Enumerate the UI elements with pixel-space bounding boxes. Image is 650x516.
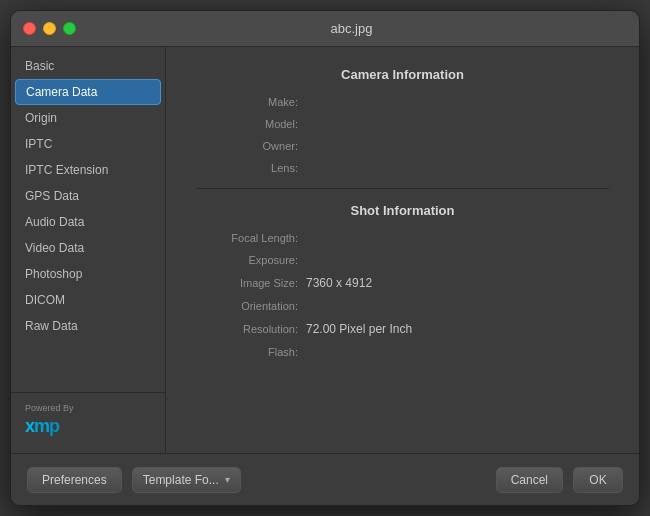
shot-image-size-label: Image Size: bbox=[196, 277, 306, 289]
window-title: abc.jpg bbox=[76, 21, 627, 36]
sidebar-item-iptc-extension[interactable]: IPTC Extension bbox=[11, 157, 165, 183]
shot-image-size-row: Image Size: 7360 x 4912 bbox=[196, 276, 609, 290]
sidebar-item-iptc[interactable]: IPTC bbox=[11, 131, 165, 157]
shot-resolution-value: 72.00 Pixel per Inch bbox=[306, 322, 412, 336]
template-dropdown-button[interactable]: Template Fo... ▾ bbox=[132, 467, 241, 493]
preferences-button[interactable]: Preferences bbox=[27, 467, 122, 493]
camera-make-row: Make: bbox=[196, 96, 609, 108]
camera-model-label: Model: bbox=[196, 118, 306, 130]
traffic-lights bbox=[23, 22, 76, 35]
shot-orientation-row: Orientation: bbox=[196, 300, 609, 312]
sidebar-item-basic[interactable]: Basic bbox=[11, 53, 165, 79]
xmp-logo: xmp bbox=[25, 416, 151, 437]
shot-focal-length-label: Focal Length: bbox=[196, 232, 306, 244]
bottom-bar: Preferences Template Fo... ▾ Cancel OK bbox=[11, 453, 639, 505]
sidebar-item-camera-data[interactable]: Camera Data bbox=[15, 79, 161, 105]
content-area: Basic Camera Data Origin IPTC IPTC Exten… bbox=[11, 47, 639, 453]
camera-lens-label: Lens: bbox=[196, 162, 306, 174]
shot-focal-length-row: Focal Length: bbox=[196, 232, 609, 244]
maximize-button[interactable] bbox=[63, 22, 76, 35]
shot-flash-label: Flash: bbox=[196, 346, 306, 358]
camera-model-row: Model: bbox=[196, 118, 609, 130]
sidebar-item-video-data[interactable]: Video Data bbox=[11, 235, 165, 261]
powered-by-label: Powered By bbox=[25, 403, 151, 413]
close-button[interactable] bbox=[23, 22, 36, 35]
shot-resolution-label: Resolution: bbox=[196, 323, 306, 335]
sidebar-item-audio-data[interactable]: Audio Data bbox=[11, 209, 165, 235]
main-panel: Camera Information Make: Model: Owner: L… bbox=[166, 47, 639, 453]
shot-image-size-value: 7360 x 4912 bbox=[306, 276, 372, 290]
camera-owner-label: Owner: bbox=[196, 140, 306, 152]
sidebar-item-dicom[interactable]: DICOM bbox=[11, 287, 165, 313]
sidebar-items: Basic Camera Data Origin IPTC IPTC Exten… bbox=[11, 53, 165, 392]
shot-resolution-row: Resolution: 72.00 Pixel per Inch bbox=[196, 322, 609, 336]
shot-orientation-label: Orientation: bbox=[196, 300, 306, 312]
minimize-button[interactable] bbox=[43, 22, 56, 35]
file-info-dialog: abc.jpg Basic Camera Data Origin IPTC IP… bbox=[10, 10, 640, 506]
shot-exposure-row: Exposure: bbox=[196, 254, 609, 266]
sidebar: Basic Camera Data Origin IPTC IPTC Exten… bbox=[11, 47, 166, 453]
camera-owner-row: Owner: bbox=[196, 140, 609, 152]
sidebar-footer: Powered By xmp bbox=[11, 392, 165, 447]
cancel-button[interactable]: Cancel bbox=[496, 467, 563, 493]
shot-exposure-label: Exposure: bbox=[196, 254, 306, 266]
sidebar-item-raw-data[interactable]: Raw Data bbox=[11, 313, 165, 339]
sidebar-item-gps-data[interactable]: GPS Data bbox=[11, 183, 165, 209]
camera-section-title: Camera Information bbox=[196, 67, 609, 82]
ok-button[interactable]: OK bbox=[573, 467, 623, 493]
shot-section-title: Shot Information bbox=[196, 203, 609, 218]
sidebar-item-origin[interactable]: Origin bbox=[11, 105, 165, 131]
camera-make-label: Make: bbox=[196, 96, 306, 108]
camera-lens-row: Lens: bbox=[196, 162, 609, 174]
section-divider bbox=[196, 188, 609, 189]
chevron-down-icon: ▾ bbox=[225, 474, 230, 485]
titlebar: abc.jpg bbox=[11, 11, 639, 47]
shot-flash-row: Flash: bbox=[196, 346, 609, 358]
sidebar-item-photoshop[interactable]: Photoshop bbox=[11, 261, 165, 287]
